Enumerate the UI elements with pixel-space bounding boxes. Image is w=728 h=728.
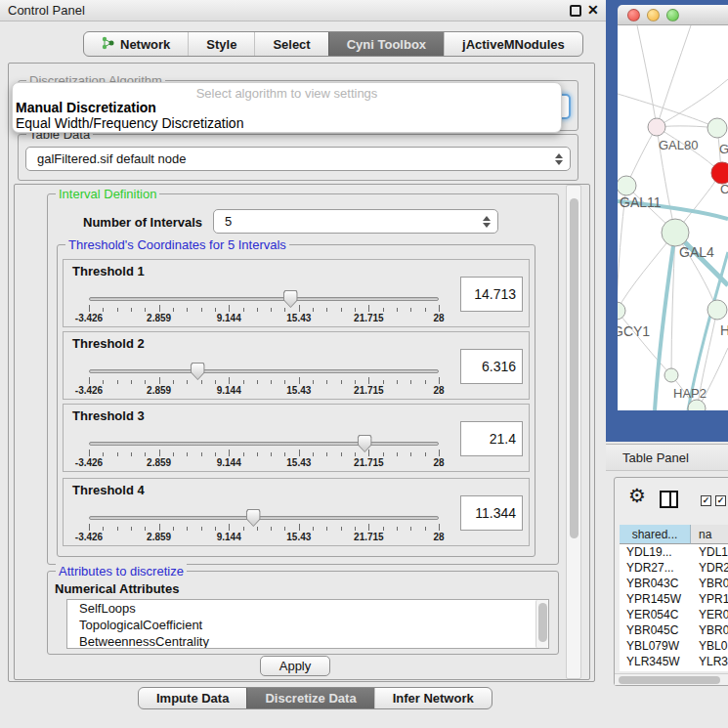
table-row[interactable]: YDL19...YDL1	[620, 544, 728, 560]
threshold-1-slider[interactable]	[89, 297, 439, 301]
node-label: GCY1	[618, 323, 650, 339]
main-scrollbar-thumb[interactable]	[570, 198, 578, 538]
threshold-1-panel: Threshold 1 -3.426 2.859 9.144 15.43 21.…	[63, 259, 530, 327]
table-hscrollbar-track[interactable]	[615, 673, 728, 685]
threshold-2-label: Threshold 2	[72, 336, 145, 351]
checkbox-icon[interactable]: ✓	[715, 495, 726, 506]
gear-icon[interactable]: ⚙	[628, 486, 646, 505]
node-label: GAL11	[620, 194, 662, 210]
float-window-icon[interactable]	[570, 5, 581, 17]
number-of-intervals-combobox[interactable]: 5	[213, 209, 498, 234]
node-gal4	[662, 219, 689, 246]
tab-style[interactable]: Style	[188, 32, 254, 56]
tick-label: 15.43	[286, 313, 311, 323]
zoom-traffic-light[interactable]	[666, 9, 679, 21]
table-row[interactable]: YBR045CYBR0	[620, 622, 728, 638]
dropdown-option-manual[interactable]: Manual Discretization	[16, 100, 156, 115]
column-header-shared-name[interactable]: shared...	[620, 525, 691, 544]
node-top-right	[707, 118, 727, 138]
network-icon	[102, 36, 114, 53]
tick-label: 28	[433, 385, 444, 396]
tick-label: 21.715	[354, 385, 384, 396]
tick-label: 21.715	[354, 457, 384, 468]
threshold-2-slider[interactable]	[89, 369, 439, 373]
close-icon[interactable]: ✕	[587, 2, 599, 18]
table-hscrollbar-thumb[interactable]	[619, 676, 720, 684]
network-edges-gray	[618, 25, 728, 410]
tick-label: 9.144	[217, 385, 241, 396]
slider-ticks	[89, 377, 439, 385]
node-label: GA	[719, 142, 728, 156]
table-row[interactable]: YIL052CYIL0	[620, 669, 728, 671]
table-data-combobox[interactable]: galFiltered.sif default node	[25, 147, 571, 171]
threshold-4-slider[interactable]	[89, 516, 439, 520]
table-row[interactable]: YPR145WYPR1	[620, 591, 728, 607]
network-window-titlebar[interactable]	[618, 5, 728, 25]
tick-label: 15.43	[286, 457, 311, 468]
list-scrollbar-thumb[interactable]	[538, 603, 547, 642]
bottom-tab-bar: Impute Data Discretize Data Infer Networ…	[138, 687, 492, 709]
threshold-3-slider[interactable]	[89, 442, 439, 446]
tab-cyni-toolbox[interactable]: Cyni Toolbox	[328, 32, 444, 56]
column-header-name[interactable]: na	[691, 525, 728, 544]
tick-label: 9.144	[217, 532, 241, 542]
tick-label: 28	[433, 457, 444, 468]
tick-label: 9.144	[217, 457, 241, 468]
tick-label: 28	[433, 532, 444, 542]
node-label: C	[720, 182, 728, 196]
tick-label: 21.715	[354, 532, 384, 542]
threshold-1-label: Threshold 1	[72, 264, 145, 278]
table-row[interactable]: YDR27...YDR2	[620, 560, 728, 576]
list-item[interactable]: BetweennessCentrality	[67, 633, 548, 649]
tick-label: 28	[433, 313, 444, 323]
number-of-intervals-value: 5	[225, 214, 232, 229]
threshold-1-value-field[interactable]: 14.713	[460, 277, 523, 312]
table-row[interactable]: YER054CYER0	[620, 607, 728, 622]
tab-impute-data[interactable]: Impute Data	[139, 688, 246, 708]
tick-label: -3.426	[75, 457, 103, 468]
slider-ticks	[89, 524, 439, 532]
list-item[interactable]: SelfLoops	[67, 600, 548, 617]
number-of-intervals-label: Number of Intervals	[83, 215, 202, 230]
node-table: shared... na YDL19...YDL1 YDR27...YDR2 Y…	[620, 525, 728, 671]
top-tab-bar: Network Style Select Cyni Toolbox jActiv…	[83, 31, 583, 57]
tab-select[interactable]: Select	[254, 32, 327, 56]
tick-label: -3.426	[75, 532, 103, 542]
network-canvas[interactable]: GAL80 GA C GAL11 GAL4 GCY1 H HAP2	[618, 25, 728, 410]
table-panel: ⚙ ✓ ✓ shared... na YDL19...YDL1 YDR27...…	[614, 477, 728, 686]
tab-infer-network[interactable]: Infer Network	[374, 688, 492, 708]
control-panel: Control Panel ✕ Network Style Select Cyn…	[0, 0, 606, 728]
attributes-label: Attributes to discretize	[56, 564, 187, 578]
close-traffic-light[interactable]	[627, 9, 640, 21]
threshold-3-panel: Threshold 3 -3.426 2.859 9.144 15.43 21.…	[63, 404, 530, 472]
list-scrollbar-track[interactable]	[535, 600, 548, 648]
tab-jactivemnodules[interactable]: jActiveMNodules	[444, 32, 582, 56]
table-row[interactable]: YBR043CYBR0	[620, 576, 728, 591]
threshold-2-value-field[interactable]: 6.316	[460, 349, 523, 384]
tab-discretize-data[interactable]: Discretize Data	[246, 688, 373, 708]
network-nodes[interactable]	[618, 118, 728, 410]
threshold-4-value-field[interactable]: 11.344	[460, 495, 523, 531]
checkbox-icon[interactable]: ✓	[701, 495, 711, 506]
tick-label: 15.43	[286, 532, 311, 542]
dropdown-placeholder: Select algorithm to view settings	[13, 86, 561, 101]
main-scrollbar-track[interactable]	[566, 185, 581, 679]
stepper-icon	[483, 216, 491, 228]
tick-label: -3.426	[75, 313, 103, 323]
table-row[interactable]: YBL079WYBL0	[620, 638, 728, 654]
threshold-4-label: Threshold 4	[72, 483, 145, 497]
table-row[interactable]: YLR345WYLR3	[620, 654, 728, 669]
minimize-traffic-light[interactable]	[647, 9, 660, 21]
threshold-4-panel: Threshold 4 -3.426 2.859 9.144 15.43 21.…	[63, 478, 530, 546]
apply-button[interactable]: Apply	[260, 656, 330, 676]
network-view-window: GAL80 GA C GAL11 GAL4 GCY1 H HAP2	[606, 0, 728, 442]
dropdown-option-equal-width[interactable]: Equal Width/Frequency Discretization	[16, 115, 243, 131]
numerical-attributes-list: SelfLoops TopologicalCoefficient Between…	[66, 599, 549, 649]
tab-network[interactable]: Network	[84, 32, 188, 56]
list-item[interactable]: TopologicalCoefficient	[67, 617, 548, 633]
tick-label: -3.426	[75, 385, 103, 396]
stepper-icon	[555, 153, 563, 165]
column-layout-icon[interactable]	[660, 491, 678, 508]
threshold-3-value-field[interactable]: 21.4	[460, 421, 523, 456]
tick-label: 15.43	[286, 385, 311, 396]
